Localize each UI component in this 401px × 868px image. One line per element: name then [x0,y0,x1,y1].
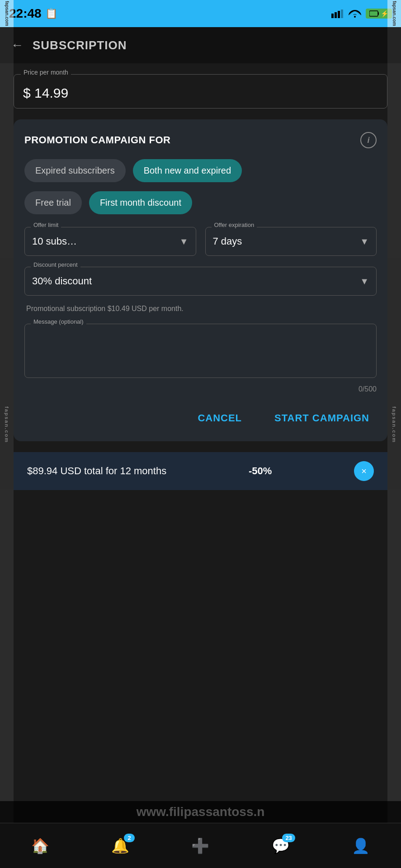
action-buttons: CANCEL START CAMPAIGN [24,404,377,429]
price-field-label: Price per month [21,69,71,76]
main-content: Price per month $ 14.99 PROMOTION CAMPAI… [0,63,401,501]
svg-rect-1 [335,12,337,18]
status-bar: fapsan.com 22:48 📋 ⚡ fapsan.com [0,0,401,27]
offer-limit-label: Offer limit [31,222,61,228]
info-icon[interactable]: i [360,132,377,148]
discount-percent-label: Discount percent [31,261,80,268]
app-title: SUBSCRIPTION [33,38,127,52]
price-field[interactable]: $ 14.99 [14,74,387,108]
create-icon: ➕ [191,837,209,854]
watermark-left: fapsan.com [0,0,14,27]
banner-close-button[interactable]: × [354,461,374,481]
promo-card-header: PROMOTION CAMPAIGN FOR i [24,132,377,148]
nav-item-notifications[interactable]: 🔔 2 [102,834,138,858]
nav-item-home[interactable]: 🏠 [22,834,58,858]
notifications-badge: 2 [124,834,135,842]
app-bar: ← SUBSCRIPTION [0,27,401,63]
home-icon: 🏠 [31,837,49,854]
char-count: 0/500 [24,385,377,393]
watermark-footer: www.filipassantoss.n [0,801,401,823]
offer-fields-row: Offer limit 10 subs… ▼ Offer expiration … [24,227,377,256]
offer-expiration-select[interactable]: 7 days ▼ [205,227,377,256]
svg-rect-2 [338,11,340,18]
status-time: 22:48 📋 [9,6,57,21]
message-textarea[interactable] [24,324,377,378]
price-field-container: Price per month $ 14.99 [14,74,387,108]
offer-limit-chevron: ▼ [179,236,189,247]
promo-card: PROMOTION CAMPAIGN FOR i Expired subscri… [14,119,387,441]
offer-expiration-chevron: ▼ [360,236,369,247]
offer-type-pills: Free trial First month discount [24,191,377,214]
pill-free-trial[interactable]: Free trial [24,191,82,214]
nav-item-messages[interactable]: 💬 23 [263,834,299,858]
cancel-button[interactable]: CANCEL [190,408,249,429]
offer-limit-container: Offer limit 10 subs… ▼ [24,227,196,256]
promo-info-text: Promotional subscription $10.49 USD per … [24,305,377,313]
discount-chevron: ▼ [360,276,369,287]
promo-card-title: PROMOTION CAMPAIGN FOR [24,134,170,146]
message-container: Message (optional) [24,324,377,380]
pill-first-month-discount[interactable]: First month discount [89,191,192,214]
pill-both-new-expired[interactable]: Both new and expired [133,159,242,182]
banner-discount: -50% [249,465,272,477]
nav-item-profile[interactable]: 👤 [343,834,379,858]
svg-rect-7 [370,12,377,16]
messages-badge: 23 [282,834,295,842]
offer-expiration-label: Offer expiration [212,222,257,228]
status-icons: ⚡ [331,9,392,19]
message-label: Message (optional) [31,318,86,325]
discount-percent-select[interactable]: 30% discount ▼ [24,267,377,296]
bottom-banner: $89.94 USD total for 12 months -50% × [14,452,387,490]
nav-item-create[interactable]: ➕ [182,834,218,858]
svg-point-4 [354,16,356,18]
watermark-right: fapsan.com [387,0,401,27]
svg-rect-0 [331,14,334,18]
svg-rect-6 [378,12,379,15]
bottom-nav: 🏠 🔔 2 ➕ 💬 23 👤 [0,823,401,868]
pill-expired-subscribers[interactable]: Expired subscribers [24,159,126,182]
svg-rect-3 [341,9,343,18]
offer-expiration-container: Offer expiration 7 days ▼ [205,227,377,256]
start-campaign-button[interactable]: START CAMPAIGN [267,408,377,429]
discount-percent-container: Discount percent 30% discount ▼ [24,267,377,296]
offer-limit-select[interactable]: 10 subs… ▼ [24,227,196,256]
profile-icon: 👤 [352,837,370,854]
subscriber-type-pills: Expired subscribers Both new and expired [24,159,377,182]
banner-text: $89.94 USD total for 12 months [27,465,166,477]
